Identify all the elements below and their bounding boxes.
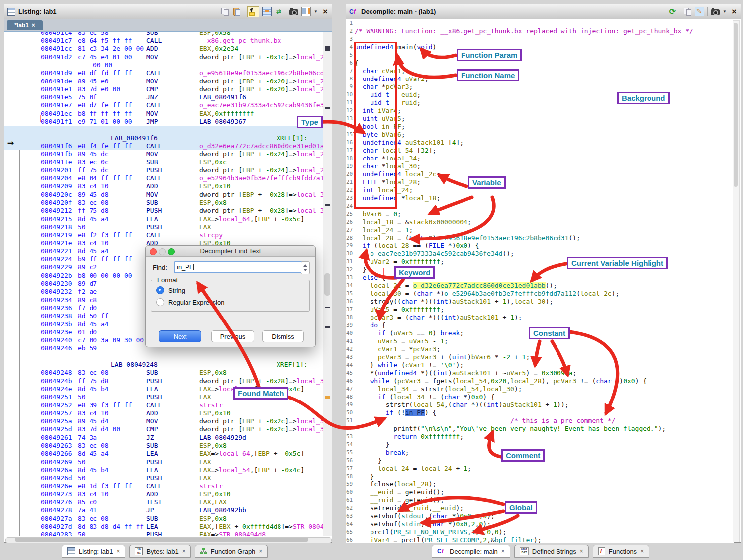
decompiler-line[interactable]: 58 } bbox=[346, 473, 734, 480]
bottom-tab-bytes-lab-[interactable]: 10 01Bytes: lab1× bbox=[129, 545, 190, 558]
decompiler-line[interactable]: 1 bbox=[346, 19, 734, 27]
navigate-table-icon[interactable] bbox=[262, 7, 272, 16]
decompiler-line[interactable]: 14 bool in_PF; bbox=[346, 123, 734, 131]
listing-row[interactable]: 0804927685 c0TESTEAX,EAX bbox=[4, 498, 323, 506]
decompiler-line[interactable]: 18 char *local_34; bbox=[346, 155, 734, 162]
decompiler-line[interactable]: 44 } while (cVar1 != '\0'); bbox=[346, 361, 734, 369]
listing-titlebar[interactable]: Listing: lab1 ⇄▼× bbox=[4, 4, 332, 19]
dialog-minimize-icon[interactable] bbox=[159, 248, 166, 255]
listing-row[interactable]: 0804926d50PUSHEAX bbox=[4, 474, 323, 482]
bottom-tab-listing-lab-[interactable]: Listing: lab1× bbox=[62, 545, 125, 558]
find-history-stepper[interactable] bbox=[301, 261, 310, 274]
decompiler-line[interactable]: 24 bbox=[346, 202, 734, 210]
decompiler-line[interactable]: 28 local_28 = (FILE *)o_e95618e9ef0153ae… bbox=[346, 234, 734, 242]
radio-regex-row[interactable]: Regular Expression bbox=[156, 298, 224, 306]
listing-row[interactable]: 0804921850PUSHEAX bbox=[4, 223, 323, 231]
listing-row[interactable]: 080491f6e8 f4 fe ff ffCALLo_d32e6ea772c7… bbox=[4, 142, 323, 150]
listing-row[interactable]: 080491c7e8 64 f5 ff ffCALL__x86.get_pc_t… bbox=[4, 37, 323, 45]
dialog-zoom-icon[interactable] bbox=[168, 248, 175, 255]
diff-view-icon[interactable]: ⇄ bbox=[275, 7, 283, 16]
decompiler-line[interactable]: 48 if (local_34 != (char *)0x0) { bbox=[346, 393, 734, 401]
decompiler-line[interactable]: 8 undefined4 uVar2; bbox=[346, 75, 734, 83]
listing-row[interactable]: 0804925a89 45 d4MOVdword ptr [EBP + -0x2… bbox=[4, 417, 323, 425]
decompiler-line[interactable]: 62 setreuid(__ruid,__euid); bbox=[346, 504, 734, 512]
listing-row[interactable]: 080491fb89 45 dcMOVdword ptr [EBP + -0x2… bbox=[4, 150, 323, 158]
radio-string[interactable] bbox=[156, 286, 164, 294]
decompiler-line[interactable]: 29 if (local_28 == (FILE *)0x0) { bbox=[346, 242, 734, 250]
decompiler-line[interactable]: 30 o_eac7ee31b97333a4c592cab9436fe34d(); bbox=[346, 250, 734, 258]
listing-row[interactable]: 0804926383 ec 08SUBESP,0x8 bbox=[4, 442, 323, 450]
listing-row[interactable]: 080492158d 45 a4LEAEAX=>local_64,[EBP + … bbox=[4, 215, 323, 223]
dropdown-arrow-icon[interactable]: ▼ bbox=[723, 7, 728, 16]
listing-row[interactable]: 08049212ff 75 d8PUSHdword ptr [EBP + -0x… bbox=[4, 207, 323, 215]
listing-row[interactable]: 080491cc81 c3 34 2e 00 00ADDEBX,0x2e34 bbox=[4, 45, 323, 53]
bottom-tab-function-graph[interactable]: Function Graph× bbox=[195, 545, 268, 558]
find-dialog-titlebar[interactable]: Decompiler Find Text bbox=[146, 246, 315, 257]
snapshot-icon[interactable] bbox=[711, 9, 720, 15]
decompiler-line[interactable]: 7 char cVar1; bbox=[346, 67, 734, 75]
listing-row[interactable]: 0804924883 ec 08SUBESP,0x8 bbox=[4, 369, 323, 377]
dismiss-button[interactable]: Dismiss bbox=[262, 330, 304, 342]
decompiler-titlebar[interactable]: Decompile: main - (lab1) ⟳▼× bbox=[346, 4, 741, 19]
tab-lab1[interactable]: *lab1 × bbox=[7, 20, 43, 30]
listing-row[interactable]: 0804926950PUSHEAX bbox=[4, 458, 323, 466]
decompiler-line[interactable]: 57 local_24 = local_24 + 1; bbox=[346, 465, 734, 473]
tab-close-icon[interactable]: × bbox=[259, 548, 262, 555]
listing-row[interactable]: 080491ecb8 ff ff ff ffMOVEAX,0xffffffff bbox=[4, 110, 323, 118]
listing-row[interactable]: 0804925d83 7d d4 00CMPdword ptr [EBP + -… bbox=[4, 425, 323, 433]
decompiler-line[interactable]: 42 cVar1 = *pcVar3; bbox=[346, 345, 734, 353]
bottom-tab-defined-strings[interactable]: 0101 DATDefined Strings× bbox=[514, 545, 589, 558]
decompiler-line[interactable]: 9 char *pcVar3; bbox=[346, 83, 734, 91]
tab-close-icon[interactable]: × bbox=[501, 548, 505, 555]
decompiler-line[interactable]: 49 strstr(local_54,(char *)((int)auStack… bbox=[346, 401, 734, 409]
bottom-tab-functions[interactable]: Functions× bbox=[593, 545, 649, 558]
listing-row[interactable]: 080491e7e8 d7 fe ff ffCALLo_eac7ee31b973… bbox=[4, 101, 323, 109]
listing-gap-row[interactable] bbox=[4, 126, 323, 134]
decompiler-line[interactable]: 60 __euid = geteuid(); bbox=[346, 488, 734, 496]
listing-row[interactable]: 0804920f83 ec 08SUBESP,0x8 bbox=[4, 199, 323, 207]
decompiler-line[interactable]: 27 local_24 = 1; bbox=[346, 226, 734, 234]
decompiler-line[interactable]: 11 __uid_t __ruid; bbox=[346, 99, 734, 107]
dialog-close-icon[interactable] bbox=[150, 248, 157, 255]
decompiler-line[interactable]: 19 char *local_30; bbox=[346, 162, 734, 170]
close-icon[interactable]: × bbox=[731, 7, 738, 16]
decompiler-line[interactable]: 13 uint uVar5; bbox=[346, 115, 734, 123]
navigation-marker[interactable] bbox=[325, 396, 330, 399]
decompiler-line[interactable]: 35 local_30 = (char *)o_e52964b3ae0fb3e7… bbox=[346, 290, 734, 298]
listing-row[interactable]: 0804926174 3aJZLAB_0804929d bbox=[4, 434, 323, 442]
listing-row[interactable]: 080491d2c7 45 e4 01 00MOVdword ptr [EBP … bbox=[4, 53, 323, 61]
listing-row[interactable]: 0804920c89 45 d8MOVdword ptr [EBP + -0x2… bbox=[4, 191, 323, 199]
navigation-marker[interactable] bbox=[325, 326, 330, 328]
listing-label-row[interactable]: LAB_080491f6XREF[1]: bbox=[4, 134, 323, 142]
panel-options-icon[interactable] bbox=[301, 7, 311, 16]
decompiler-line[interactable]: 64 setvbuf(stdin,(char *)0x0,2,0); bbox=[346, 520, 734, 528]
tab-close-icon[interactable]: × bbox=[182, 548, 186, 555]
decompiler-line[interactable]: 5 bbox=[346, 51, 734, 59]
listing-row[interactable]: 0804925783 c4 10ADDESP,0x10 bbox=[4, 409, 323, 417]
decompiler-line[interactable]: 21 FILE *local_28; bbox=[346, 178, 734, 186]
decompiler-line[interactable]: 37 uVar5 = 0xffffffff; bbox=[346, 306, 734, 314]
decompiler-line[interactable]: 26 local_18 = &stack0x00000004; bbox=[346, 218, 734, 226]
listing-row[interactable]: 080491d9e8 df fd ff ffCALLo_e95618e9ef01… bbox=[4, 69, 323, 77]
listing-label-row[interactable]: LAB_08049248XREF[1]: bbox=[4, 361, 323, 369]
navigation-marker[interactable] bbox=[325, 204, 330, 206]
decompiler-line[interactable]: 50 if (!in_PF) { bbox=[346, 409, 734, 417]
decompiler-vscrollbar[interactable] bbox=[733, 20, 740, 542]
decompiler-line[interactable]: 31 uVar2 = 0xffffffff; bbox=[346, 258, 734, 266]
listing-row[interactable]: 08049219e8 f2 f3 ff ffCALLstrcpy bbox=[4, 231, 323, 239]
decompiler-line[interactable]: 45 *(undefined4 *)((int)auStack101 + ~uV… bbox=[346, 369, 734, 377]
listing-row[interactable]: 080491de89 45 e0MOVdword ptr [EBP + -0x2… bbox=[4, 78, 323, 85]
decompiler-line[interactable]: 17 char local_54 [32]; bbox=[346, 147, 734, 155]
vscroll-thumb[interactable] bbox=[734, 23, 738, 187]
decompiler-line[interactable]: 23 undefined *local_18; bbox=[346, 194, 734, 202]
radio-regex[interactable] bbox=[156, 298, 164, 306]
edit-icon[interactable] bbox=[695, 7, 704, 16]
decompiler-line[interactable]: 63 setvbuf(stdout,(char *)0x0,2,0); bbox=[346, 512, 734, 520]
decompiler-line[interactable]: 43 pcVar3 = pcVar3 + (uint)bVar6 * -2 + … bbox=[346, 353, 734, 361]
listing-gap-row[interactable] bbox=[4, 353, 323, 361]
tab-close-icon[interactable]: × bbox=[116, 548, 120, 555]
decompiler-line[interactable]: 65 prctl(PR_SET_NO_NEW_PRIVS,1,0,0,0); bbox=[346, 528, 734, 536]
decompiler-line[interactable]: 10 __uid_t __euid; bbox=[346, 91, 734, 99]
decompiler-line[interactable]: 54 } bbox=[346, 441, 734, 449]
decompiler-line[interactable]: 59 fclose(local_28); bbox=[346, 480, 734, 488]
